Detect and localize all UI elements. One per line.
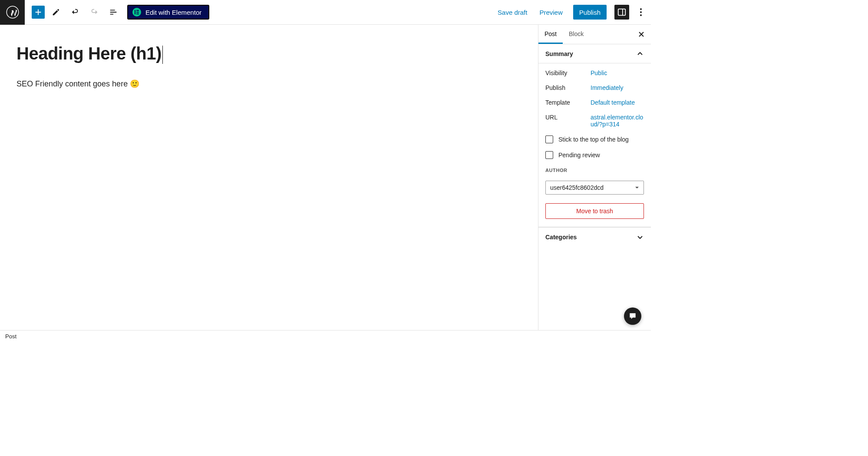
svg-rect-4 xyxy=(136,13,139,14)
save-draft-button[interactable]: Save draft xyxy=(493,9,531,16)
publish-value[interactable]: Immediately xyxy=(591,84,644,91)
list-icon xyxy=(109,7,118,17)
close-sidebar-button[interactable] xyxy=(636,29,647,40)
template-row: Template Default template xyxy=(545,99,644,106)
close-icon xyxy=(638,31,645,38)
dots-vertical-icon xyxy=(640,8,642,16)
pending-review-checkbox[interactable] xyxy=(545,151,553,159)
editor-footer: Post xyxy=(0,330,651,342)
post-title[interactable]: Heading Here (h1) xyxy=(17,44,162,63)
tab-post[interactable]: Post xyxy=(538,25,563,44)
add-block-button[interactable] xyxy=(32,6,45,19)
stick-top-checkbox[interactable] xyxy=(545,135,553,143)
chat-bubble-button[interactable] xyxy=(624,307,641,325)
visibility-value[interactable]: Public xyxy=(591,69,644,76)
url-row: URL astral.elementor.cloud/?p=314 xyxy=(545,114,644,128)
undo-icon xyxy=(70,7,80,17)
plus-icon xyxy=(33,7,43,17)
svg-point-9 xyxy=(640,14,642,16)
settings-sidebar: Post Block Summary Visibility Public Pub… xyxy=(538,25,651,330)
visibility-row: Visibility Public xyxy=(545,69,644,76)
elementor-icon xyxy=(132,8,141,17)
elementor-button-label: Edit with Elementor xyxy=(145,9,201,16)
redo-icon xyxy=(89,7,99,17)
edit-with-elementor-button[interactable]: Edit with Elementor xyxy=(127,5,209,20)
pending-review-label: Pending review xyxy=(558,152,600,159)
svg-rect-5 xyxy=(618,9,626,16)
breadcrumb[interactable]: Post xyxy=(5,333,17,340)
svg-point-8 xyxy=(640,11,642,13)
undo-button[interactable] xyxy=(67,4,83,20)
chat-icon xyxy=(628,312,637,321)
pending-review-row[interactable]: Pending review xyxy=(545,151,644,159)
document-overview-button[interactable] xyxy=(106,4,121,20)
publish-label: Publish xyxy=(545,84,591,91)
edit-mode-button[interactable] xyxy=(48,4,64,20)
chevron-down-icon xyxy=(634,185,640,191)
move-to-trash-button[interactable]: Move to trash xyxy=(545,203,644,219)
chevron-up-icon xyxy=(636,50,644,58)
svg-point-7 xyxy=(640,8,642,10)
stick-top-row[interactable]: Stick to the top of the blog xyxy=(545,135,644,143)
wordpress-logo[interactable] xyxy=(0,0,25,25)
post-content[interactable]: SEO Friendly content goes here 🙂 xyxy=(17,79,521,89)
publish-row: Publish Immediately xyxy=(545,84,644,91)
sidebar-tabs: Post Block xyxy=(538,25,651,44)
chevron-down-icon xyxy=(636,233,644,241)
top-toolbar: Edit with Elementor Save draft Preview P… xyxy=(0,0,651,25)
editor-canvas[interactable]: Heading Here (h1) SEO Friendly content g… xyxy=(0,25,538,330)
panel-icon xyxy=(617,7,627,17)
tab-block[interactable]: Block xyxy=(563,25,590,44)
wordpress-icon xyxy=(6,6,19,19)
preview-button[interactable]: Preview xyxy=(535,9,567,16)
pencil-icon xyxy=(51,7,61,17)
svg-rect-3 xyxy=(136,12,139,13)
summary-panel-body: Visibility Public Publish Immediately Te… xyxy=(538,63,651,227)
svg-rect-1 xyxy=(135,10,135,14)
svg-rect-2 xyxy=(136,10,139,11)
template-label: Template xyxy=(545,99,591,106)
author-select[interactable]: user6425fc8602dcd xyxy=(545,181,644,195)
redo-button xyxy=(86,4,102,20)
summary-panel-header[interactable]: Summary xyxy=(538,44,651,63)
categories-title: Categories xyxy=(545,234,577,241)
summary-title: Summary xyxy=(545,50,573,57)
publish-button[interactable]: Publish xyxy=(573,5,607,20)
stick-top-label: Stick to the top of the blog xyxy=(558,136,629,143)
url-label: URL xyxy=(545,114,591,128)
sidebar-toggle-button[interactable] xyxy=(614,5,629,20)
template-value[interactable]: Default template xyxy=(591,99,644,106)
categories-panel-header[interactable]: Categories xyxy=(538,227,651,246)
author-section-label: AUTHOR xyxy=(545,168,644,173)
visibility-label: Visibility xyxy=(545,69,591,76)
url-value[interactable]: astral.elementor.cloud/?p=314 xyxy=(591,114,644,128)
more-options-button[interactable] xyxy=(634,4,647,20)
author-value: user6425fc8602dcd xyxy=(550,184,604,191)
